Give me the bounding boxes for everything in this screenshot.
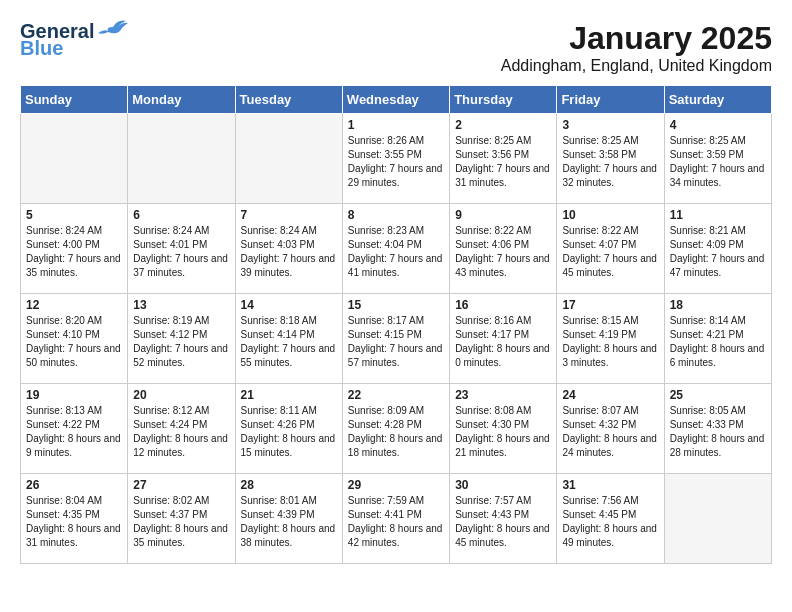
logo-blue: Blue: [20, 37, 128, 60]
calendar-week-row: 5Sunrise: 8:24 AMSunset: 4:00 PMDaylight…: [21, 204, 772, 294]
day-number: 17: [562, 298, 658, 312]
day-info: Sunrise: 8:25 AMSunset: 3:56 PMDaylight:…: [455, 134, 551, 190]
calendar-cell: 17Sunrise: 8:15 AMSunset: 4:19 PMDayligh…: [557, 294, 664, 384]
calendar-cell: 10Sunrise: 8:22 AMSunset: 4:07 PMDayligh…: [557, 204, 664, 294]
calendar-table: SundayMondayTuesdayWednesdayThursdayFrid…: [20, 85, 772, 564]
calendar-header-row: SundayMondayTuesdayWednesdayThursdayFrid…: [21, 86, 772, 114]
day-number: 10: [562, 208, 658, 222]
day-info: Sunrise: 8:24 AMSunset: 4:03 PMDaylight:…: [241, 224, 337, 280]
calendar-cell: 9Sunrise: 8:22 AMSunset: 4:06 PMDaylight…: [450, 204, 557, 294]
day-number: 26: [26, 478, 122, 492]
day-info: Sunrise: 8:18 AMSunset: 4:14 PMDaylight:…: [241, 314, 337, 370]
day-number: 8: [348, 208, 444, 222]
calendar-cell: [235, 114, 342, 204]
day-info: Sunrise: 8:07 AMSunset: 4:32 PMDaylight:…: [562, 404, 658, 460]
weekday-header: Monday: [128, 86, 235, 114]
day-info: Sunrise: 8:25 AMSunset: 3:58 PMDaylight:…: [562, 134, 658, 190]
weekday-header: Wednesday: [342, 86, 449, 114]
day-number: 30: [455, 478, 551, 492]
calendar-cell: 22Sunrise: 8:09 AMSunset: 4:28 PMDayligh…: [342, 384, 449, 474]
calendar-week-row: 12Sunrise: 8:20 AMSunset: 4:10 PMDayligh…: [21, 294, 772, 384]
calendar-cell: 18Sunrise: 8:14 AMSunset: 4:21 PMDayligh…: [664, 294, 771, 384]
calendar-cell: 4Sunrise: 8:25 AMSunset: 3:59 PMDaylight…: [664, 114, 771, 204]
day-number: 25: [670, 388, 766, 402]
calendar-cell: 26Sunrise: 8:04 AMSunset: 4:35 PMDayligh…: [21, 474, 128, 564]
calendar-cell: 23Sunrise: 8:08 AMSunset: 4:30 PMDayligh…: [450, 384, 557, 474]
day-number: 4: [670, 118, 766, 132]
location: Addingham, England, United Kingdom: [501, 57, 772, 75]
calendar-cell: [664, 474, 771, 564]
calendar-cell: 25Sunrise: 8:05 AMSunset: 4:33 PMDayligh…: [664, 384, 771, 474]
bird-icon: [98, 17, 128, 37]
day-number: 21: [241, 388, 337, 402]
day-info: Sunrise: 8:14 AMSunset: 4:21 PMDaylight:…: [670, 314, 766, 370]
calendar-cell: 2Sunrise: 8:25 AMSunset: 3:56 PMDaylight…: [450, 114, 557, 204]
calendar-week-row: 26Sunrise: 8:04 AMSunset: 4:35 PMDayligh…: [21, 474, 772, 564]
logo: General Blue: [20, 20, 128, 60]
day-number: 1: [348, 118, 444, 132]
day-number: 20: [133, 388, 229, 402]
day-number: 24: [562, 388, 658, 402]
day-number: 6: [133, 208, 229, 222]
calendar-cell: 29Sunrise: 7:59 AMSunset: 4:41 PMDayligh…: [342, 474, 449, 564]
day-info: Sunrise: 8:21 AMSunset: 4:09 PMDaylight:…: [670, 224, 766, 280]
calendar-cell: 6Sunrise: 8:24 AMSunset: 4:01 PMDaylight…: [128, 204, 235, 294]
calendar-cell: 3Sunrise: 8:25 AMSunset: 3:58 PMDaylight…: [557, 114, 664, 204]
day-number: 7: [241, 208, 337, 222]
day-info: Sunrise: 8:16 AMSunset: 4:17 PMDaylight:…: [455, 314, 551, 370]
calendar-cell: 12Sunrise: 8:20 AMSunset: 4:10 PMDayligh…: [21, 294, 128, 384]
day-info: Sunrise: 8:15 AMSunset: 4:19 PMDaylight:…: [562, 314, 658, 370]
calendar-cell: 31Sunrise: 7:56 AMSunset: 4:45 PMDayligh…: [557, 474, 664, 564]
day-info: Sunrise: 8:25 AMSunset: 3:59 PMDaylight:…: [670, 134, 766, 190]
day-info: Sunrise: 8:23 AMSunset: 4:04 PMDaylight:…: [348, 224, 444, 280]
day-info: Sunrise: 8:24 AMSunset: 4:00 PMDaylight:…: [26, 224, 122, 280]
day-number: 16: [455, 298, 551, 312]
calendar-cell: [128, 114, 235, 204]
calendar-cell: 21Sunrise: 8:11 AMSunset: 4:26 PMDayligh…: [235, 384, 342, 474]
day-number: 9: [455, 208, 551, 222]
weekday-header: Sunday: [21, 86, 128, 114]
day-info: Sunrise: 8:17 AMSunset: 4:15 PMDaylight:…: [348, 314, 444, 370]
day-number: 27: [133, 478, 229, 492]
calendar-cell: 15Sunrise: 8:17 AMSunset: 4:15 PMDayligh…: [342, 294, 449, 384]
calendar-cell: 16Sunrise: 8:16 AMSunset: 4:17 PMDayligh…: [450, 294, 557, 384]
day-info: Sunrise: 7:56 AMSunset: 4:45 PMDaylight:…: [562, 494, 658, 550]
day-info: Sunrise: 7:59 AMSunset: 4:41 PMDaylight:…: [348, 494, 444, 550]
day-number: 2: [455, 118, 551, 132]
day-info: Sunrise: 8:08 AMSunset: 4:30 PMDaylight:…: [455, 404, 551, 460]
day-info: Sunrise: 8:01 AMSunset: 4:39 PMDaylight:…: [241, 494, 337, 550]
day-info: Sunrise: 8:12 AMSunset: 4:24 PMDaylight:…: [133, 404, 229, 460]
calendar-cell: [21, 114, 128, 204]
calendar-cell: 11Sunrise: 8:21 AMSunset: 4:09 PMDayligh…: [664, 204, 771, 294]
day-number: 19: [26, 388, 122, 402]
day-number: 14: [241, 298, 337, 312]
calendar-week-row: 1Sunrise: 8:26 AMSunset: 3:55 PMDaylight…: [21, 114, 772, 204]
day-info: Sunrise: 8:22 AMSunset: 4:07 PMDaylight:…: [562, 224, 658, 280]
day-number: 18: [670, 298, 766, 312]
day-number: 23: [455, 388, 551, 402]
calendar-cell: 1Sunrise: 8:26 AMSunset: 3:55 PMDaylight…: [342, 114, 449, 204]
day-info: Sunrise: 8:09 AMSunset: 4:28 PMDaylight:…: [348, 404, 444, 460]
day-info: Sunrise: 8:19 AMSunset: 4:12 PMDaylight:…: [133, 314, 229, 370]
day-info: Sunrise: 8:20 AMSunset: 4:10 PMDaylight:…: [26, 314, 122, 370]
day-number: 22: [348, 388, 444, 402]
calendar-cell: 19Sunrise: 8:13 AMSunset: 4:22 PMDayligh…: [21, 384, 128, 474]
calendar-cell: 20Sunrise: 8:12 AMSunset: 4:24 PMDayligh…: [128, 384, 235, 474]
day-info: Sunrise: 8:26 AMSunset: 3:55 PMDaylight:…: [348, 134, 444, 190]
title-block: January 2025 Addingham, England, United …: [501, 20, 772, 75]
day-number: 28: [241, 478, 337, 492]
day-number: 31: [562, 478, 658, 492]
weekday-header: Friday: [557, 86, 664, 114]
weekday-header: Thursday: [450, 86, 557, 114]
calendar-cell: 13Sunrise: 8:19 AMSunset: 4:12 PMDayligh…: [128, 294, 235, 384]
calendar-week-row: 19Sunrise: 8:13 AMSunset: 4:22 PMDayligh…: [21, 384, 772, 474]
day-info: Sunrise: 8:24 AMSunset: 4:01 PMDaylight:…: [133, 224, 229, 280]
day-info: Sunrise: 7:57 AMSunset: 4:43 PMDaylight:…: [455, 494, 551, 550]
calendar-cell: 5Sunrise: 8:24 AMSunset: 4:00 PMDaylight…: [21, 204, 128, 294]
page-header: General Blue January 2025 Addingham, Eng…: [20, 20, 772, 75]
calendar-cell: 30Sunrise: 7:57 AMSunset: 4:43 PMDayligh…: [450, 474, 557, 564]
calendar-cell: 28Sunrise: 8:01 AMSunset: 4:39 PMDayligh…: [235, 474, 342, 564]
day-info: Sunrise: 8:13 AMSunset: 4:22 PMDaylight:…: [26, 404, 122, 460]
day-number: 5: [26, 208, 122, 222]
day-info: Sunrise: 8:04 AMSunset: 4:35 PMDaylight:…: [26, 494, 122, 550]
